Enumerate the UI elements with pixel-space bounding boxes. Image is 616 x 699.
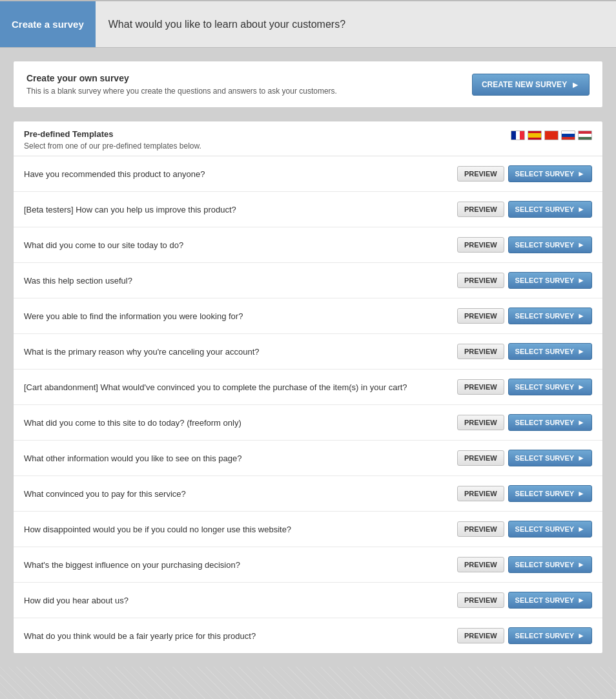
select-survey-button[interactable]: SELECT SURVEY► <box>508 343 592 360</box>
row-actions: PREVIEWSELECT SURVEY► <box>457 450 592 466</box>
header-bar: Create a survey What would you like to l… <box>0 0 616 48</box>
select-survey-button[interactable]: SELECT SURVEY► <box>508 308 592 324</box>
survey-name: What's the biggest influence on your pur… <box>24 560 457 570</box>
select-arrow-icon: ► <box>577 454 585 463</box>
row-actions: PREVIEWSELECT SURVEY► <box>457 236 592 253</box>
survey-name: What did you come to this site to do tod… <box>24 418 457 428</box>
preview-button[interactable]: PREVIEW <box>457 415 504 430</box>
preview-button[interactable]: PREVIEW <box>457 628 504 643</box>
survey-rows-container: Have you recommended this product to any… <box>14 156 602 653</box>
row-actions: PREVIEWSELECT SURVEY► <box>457 308 592 324</box>
preview-button[interactable]: PREVIEW <box>457 592 504 608</box>
row-actions: PREVIEWSELECT SURVEY► <box>457 343 592 360</box>
select-survey-button[interactable]: SELECT SURVEY► <box>508 592 592 609</box>
select-survey-button[interactable]: SELECT SURVEY► <box>508 201 592 218</box>
preview-button[interactable]: PREVIEW <box>457 308 504 324</box>
preview-button[interactable]: PREVIEW <box>457 557 504 572</box>
select-survey-button[interactable]: SELECT SURVEY► <box>508 450 592 466</box>
select-arrow-icon: ► <box>577 169 585 178</box>
select-arrow-icon: ► <box>577 347 585 356</box>
preview-button[interactable]: PREVIEW <box>457 166 504 182</box>
create-new-survey-label: CREATE NEW SURVEY <box>482 80 567 89</box>
select-survey-button[interactable]: SELECT SURVEY► <box>508 379 592 395</box>
select-survey-label: SELECT SURVEY <box>515 383 575 391</box>
select-survey-label: SELECT SURVEY <box>515 454 575 462</box>
row-actions: PREVIEWSELECT SURVEY► <box>457 485 592 502</box>
flag-spanish[interactable] <box>528 130 542 140</box>
create-survey-button[interactable]: Create a survey <box>0 1 96 47</box>
survey-name: [Beta testers] How can you help us impro… <box>24 205 457 214</box>
select-survey-label: SELECT SURVEY <box>515 525 575 533</box>
select-survey-button[interactable]: SELECT SURVEY► <box>508 485 592 502</box>
survey-row: What did you come to this site to do tod… <box>14 405 602 441</box>
preview-button[interactable]: PREVIEW <box>457 450 504 466</box>
select-survey-label: SELECT SURVEY <box>515 561 575 569</box>
select-survey-label: SELECT SURVEY <box>515 596 575 604</box>
preview-button[interactable]: PREVIEW <box>457 486 504 501</box>
select-arrow-icon: ► <box>577 418 585 427</box>
survey-name: What did you come to our site today to d… <box>24 240 457 250</box>
row-actions: PREVIEWSELECT SURVEY► <box>457 592 592 609</box>
select-arrow-icon: ► <box>577 525 585 534</box>
create-own-description: This is a blank survey where you create … <box>26 87 337 96</box>
preview-button[interactable]: PREVIEW <box>457 379 504 395</box>
flag-french[interactable] <box>511 130 525 140</box>
select-survey-button[interactable]: SELECT SURVEY► <box>508 236 592 253</box>
select-survey-button[interactable]: SELECT SURVEY► <box>508 165 592 182</box>
select-survey-button[interactable]: SELECT SURVEY► <box>508 521 592 537</box>
templates-title: Pre-defined Templates <box>24 129 201 139</box>
select-survey-label: SELECT SURVEY <box>515 170 575 178</box>
create-new-survey-button[interactable]: CREATE NEW SURVEY ► <box>472 74 590 96</box>
survey-name: Was this help section useful? <box>24 276 457 286</box>
select-arrow-icon: ► <box>577 560 585 569</box>
flag-chinese[interactable] <box>544 130 559 140</box>
select-arrow-icon: ► <box>577 205 585 214</box>
row-actions: PREVIEWSELECT SURVEY► <box>457 272 592 289</box>
preview-button[interactable]: PREVIEW <box>457 202 504 217</box>
row-actions: PREVIEWSELECT SURVEY► <box>457 379 592 395</box>
survey-name: What convinced you to pay for this servi… <box>24 489 457 499</box>
preview-button[interactable]: PREVIEW <box>457 273 504 288</box>
select-survey-button[interactable]: SELECT SURVEY► <box>508 627 592 644</box>
flag-hungarian[interactable] <box>578 130 592 140</box>
select-arrow-icon: ► <box>577 596 585 605</box>
survey-row: Were you able to find the information yo… <box>14 298 602 334</box>
select-survey-label: SELECT SURVEY <box>515 419 575 426</box>
select-survey-label: SELECT SURVEY <box>515 205 575 213</box>
content-area: Create your own survey This is a blank s… <box>0 48 616 667</box>
create-new-arrow-icon: ► <box>571 79 580 90</box>
select-arrow-icon: ► <box>577 276 585 285</box>
survey-row: What did you come to our site today to d… <box>14 227 602 263</box>
survey-name: What is the primary reason why you're ca… <box>24 347 457 357</box>
flag-icons <box>511 129 592 140</box>
preview-button[interactable]: PREVIEW <box>457 521 504 537</box>
preview-button[interactable]: PREVIEW <box>457 237 504 253</box>
select-survey-button[interactable]: SELECT SURVEY► <box>508 556 592 573</box>
select-survey-button[interactable]: SELECT SURVEY► <box>508 414 592 431</box>
main-container: Create a survey What would you like to l… <box>0 0 616 667</box>
select-survey-label: SELECT SURVEY <box>515 241 575 249</box>
survey-name: How disappointed would you be if you cou… <box>24 525 457 534</box>
flag-russian[interactable] <box>561 130 575 140</box>
survey-name: What other information would you like to… <box>24 454 457 463</box>
row-actions: PREVIEWSELECT SURVEY► <box>457 165 592 182</box>
survey-row: What is the primary reason why you're ca… <box>14 334 602 370</box>
survey-row: Have you recommended this product to any… <box>14 156 602 192</box>
select-arrow-icon: ► <box>577 631 585 640</box>
header-subtitle: What would you like to learn about your … <box>96 19 345 30</box>
select-arrow-icon: ► <box>577 489 585 498</box>
row-actions: PREVIEWSELECT SURVEY► <box>457 556 592 573</box>
survey-row: What do you think would be a fair yearly… <box>14 618 602 653</box>
survey-row: What convinced you to pay for this servi… <box>14 476 602 512</box>
templates-section: Pre-defined Templates Select from one of… <box>13 121 603 654</box>
survey-row: How disappointed would you be if you cou… <box>14 512 602 547</box>
preview-button[interactable]: PREVIEW <box>457 344 504 359</box>
select-survey-button[interactable]: SELECT SURVEY► <box>508 272 592 289</box>
survey-row: Was this help section useful?PREVIEWSELE… <box>14 263 602 298</box>
survey-name: Were you able to find the information yo… <box>24 311 457 321</box>
select-arrow-icon: ► <box>577 311 585 320</box>
create-own-title: Create your own survey <box>26 73 337 83</box>
select-arrow-icon: ► <box>577 240 585 249</box>
row-actions: PREVIEWSELECT SURVEY► <box>457 627 592 644</box>
select-survey-label: SELECT SURVEY <box>515 348 575 355</box>
